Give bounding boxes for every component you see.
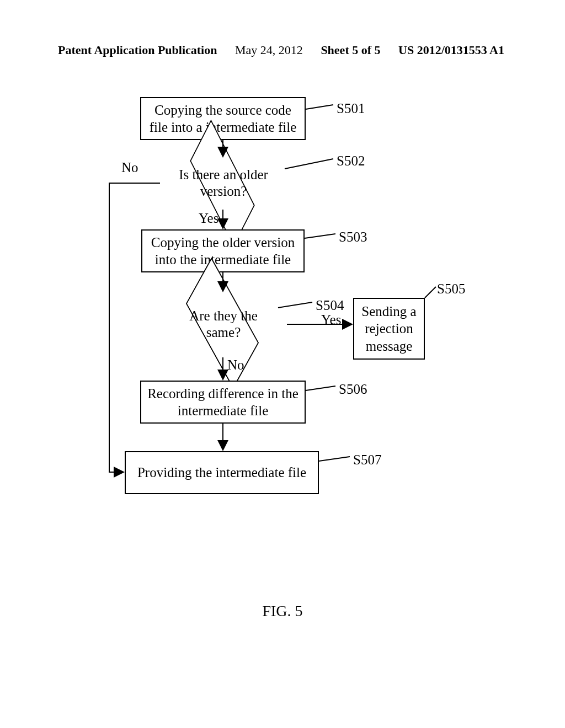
svg-line-10 xyxy=(425,287,436,298)
svg-line-12 xyxy=(319,457,350,461)
svg-line-9 xyxy=(278,302,312,308)
svg-line-7 xyxy=(285,159,333,169)
figure-label: FIG. 5 xyxy=(0,602,565,620)
svg-line-11 xyxy=(306,386,335,390)
svg-line-6 xyxy=(306,105,333,109)
svg-line-8 xyxy=(305,234,335,238)
